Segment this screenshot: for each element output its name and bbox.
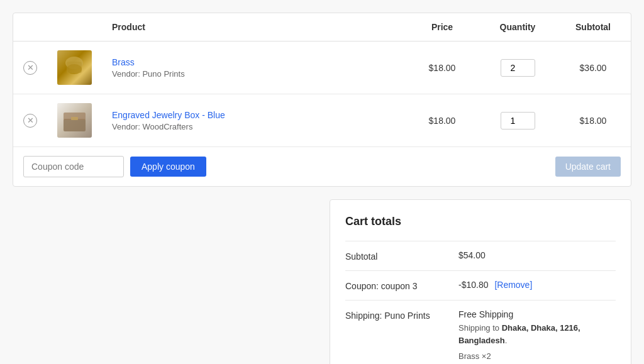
col-header-quantity: Quantity	[480, 13, 555, 41]
table-row: ✕	[13, 94, 631, 147]
product-vendor-jewelry: Vendor: WoodCrafters	[112, 122, 394, 131]
product-name-jewelry: Engraved Jewelry Box - Blue	[112, 110, 394, 120]
update-cart-button[interactable]: Update cart	[555, 157, 621, 177]
totals-subtotal-row: Subtotal $54.00	[345, 241, 616, 270]
apply-coupon-button[interactable]: Apply coupon	[130, 157, 206, 177]
product-price-brass: $18.00	[404, 41, 480, 94]
cart-totals-title: Cart totals	[345, 215, 616, 228]
cart-table: Product Price Quantity Subtotal ✕	[13, 13, 631, 187]
cart-totals-wrapper: Cart totals Subtotal $54.00 Coupon: coup…	[13, 199, 631, 364]
product-vendor-brass: Vendor: Puno Prints	[112, 69, 394, 79]
svg-rect-3	[67, 62, 82, 73]
totals-shipping-puno-value: Free Shipping Shipping to Dhaka, Dhaka, …	[458, 309, 616, 364]
totals-subtotal-label: Subtotal	[345, 250, 458, 262]
product-subtotal-brass: $36.00	[555, 41, 631, 94]
puno-brass-item: Brass ×2	[458, 351, 616, 361]
quantity-input-brass[interactable]	[501, 59, 535, 77]
coupon-input[interactable]	[23, 156, 124, 177]
col-header-subtotal: Subtotal	[555, 13, 631, 41]
totals-subtotal-value: $54.00	[458, 250, 616, 260]
remove-brass-button[interactable]: ✕	[23, 61, 37, 75]
totals-shipping-puno-row: Shipping: Puno Prints Free Shipping Ship…	[345, 300, 616, 364]
totals-coupon-row: Coupon: coupon 3 -$10.80 [Remove]	[345, 270, 616, 300]
remove-coupon-link[interactable]: [Remove]	[494, 280, 532, 290]
table-row: ✕	[13, 41, 631, 94]
puno-shipping-to-text: Shipping to	[458, 323, 502, 333]
col-header-price: Price	[404, 13, 480, 41]
totals-coupon-value: -$10.80 [Remove]	[458, 280, 616, 290]
quantity-input-jewelry[interactable]	[501, 112, 535, 130]
product-thumb-brass	[57, 50, 92, 85]
product-price-jewelry: $18.00	[404, 94, 480, 147]
col-header-remove	[13, 13, 47, 41]
totals-coupon-label: Coupon: coupon 3	[345, 280, 458, 291]
remove-jewelry-button[interactable]: ✕	[23, 114, 37, 128]
totals-shipping-puno-label: Shipping: Puno Prints	[345, 309, 458, 321]
product-thumb-jewelry	[57, 103, 92, 138]
col-header-product: Product	[102, 13, 404, 41]
product-link-jewelry[interactable]: Engraved Jewelry Box - Blue	[112, 110, 225, 120]
coupon-discount-amount: -$10.80	[458, 280, 488, 290]
svg-rect-7	[71, 117, 78, 120]
coupon-row: Apply coupon Update cart	[13, 147, 631, 187]
svg-rect-5	[64, 119, 86, 131]
puno-shipping-address: Shipping to Dhaka, Dhaka, 1216, Banglade…	[458, 322, 616, 346]
product-link-brass[interactable]: Brass	[112, 57, 135, 67]
cart-totals-box: Cart totals Subtotal $54.00 Coupon: coup…	[330, 199, 631, 364]
puno-free-shipping: Free Shipping	[458, 309, 616, 319]
product-subtotal-jewelry: $18.00	[555, 94, 631, 147]
col-header-image	[47, 13, 102, 41]
product-name-brass: Brass	[112, 57, 394, 67]
